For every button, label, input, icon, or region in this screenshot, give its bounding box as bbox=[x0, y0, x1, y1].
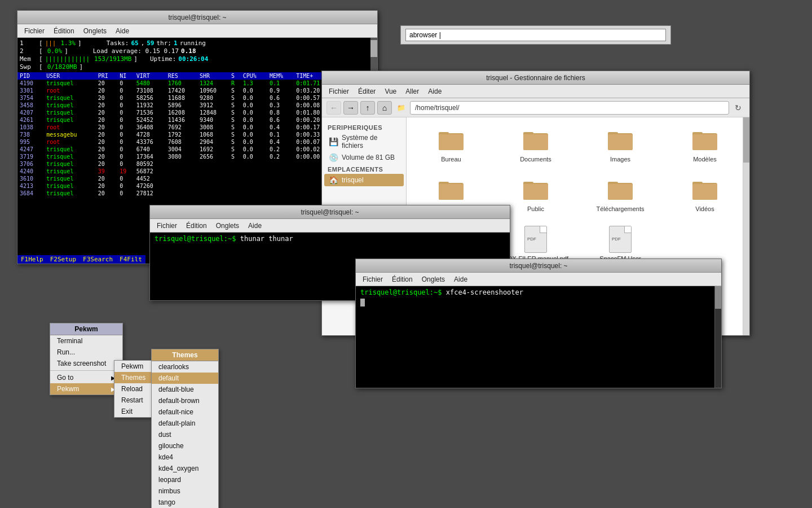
ctx-theme-item[interactable]: default-plain bbox=[152, 418, 218, 429]
fm-menu-vue[interactable]: Vue bbox=[382, 86, 399, 97]
terminal2-menu-aide[interactable]: Aide bbox=[246, 221, 264, 231]
file-icon: PDF bbox=[522, 226, 549, 253]
ctx-theme-item[interactable]: tango bbox=[152, 497, 218, 508]
folder-icon bbox=[438, 126, 465, 154]
terminal3-title: trisquel@trisquel: ~ bbox=[509, 262, 567, 270]
fm-item-label: Public bbox=[527, 205, 544, 212]
fm-item-label: Documents bbox=[520, 156, 551, 163]
fm-back-button[interactable]: ← bbox=[326, 101, 341, 115]
fm-item-label: Images bbox=[610, 156, 630, 163]
context-menu-pekwm: Pekwm Terminal Run... Take screenshot Go… bbox=[50, 323, 123, 395]
htop-f2[interactable]: F2Setup bbox=[47, 255, 80, 264]
ctx-theme-item[interactable]: leopard bbox=[152, 474, 218, 485]
terminal2-menu-onglets[interactable]: Onglets bbox=[214, 221, 241, 231]
ctx-item-terminal[interactable]: Terminal bbox=[50, 335, 122, 347]
ctx-theme-item[interactable]: kde4_oxygen bbox=[152, 463, 218, 474]
fm-item[interactable]: Documents bbox=[498, 124, 573, 165]
terminal1-menu-fichier[interactable]: Fichier bbox=[22, 26, 47, 36]
ctx-pekwm-title: Pekwm bbox=[50, 323, 122, 335]
fm-systeme-label: Système de fichiers bbox=[342, 134, 399, 150]
terminal2-menu-edition[interactable]: Édition bbox=[184, 221, 209, 231]
fm-item-label: Téléchargements bbox=[597, 205, 645, 212]
ctx-theme-label: default-blue bbox=[158, 386, 194, 393]
fm-scrollbar[interactable] bbox=[743, 117, 749, 335]
hdd-icon: 💾 bbox=[329, 137, 338, 146]
terminal3-menu-onglets[interactable]: Onglets bbox=[420, 274, 447, 284]
ctx-label-themes: Themes bbox=[121, 374, 145, 382]
terminal1-menu-aide[interactable]: Aide bbox=[113, 26, 131, 36]
terminal2-menu-fichier[interactable]: Fichier bbox=[155, 221, 179, 231]
fm-item[interactable]: Vidéos bbox=[667, 174, 743, 214]
ctx-item-screenshot[interactable]: Take screenshot bbox=[50, 358, 122, 369]
fm-sidebar-trisquel[interactable]: 🏠 trisquel bbox=[324, 174, 404, 186]
htop-f4[interactable]: F4Filt bbox=[116, 255, 145, 264]
ctx-theme-label: default bbox=[158, 374, 179, 382]
htop-f3[interactable]: F3Search bbox=[80, 255, 116, 264]
ctx-theme-item[interactable]: clearlooks bbox=[152, 361, 218, 373]
ctx-theme-item[interactable]: kde4 bbox=[152, 452, 218, 463]
fm-menu-aide[interactable]: Aide bbox=[426, 86, 444, 97]
terminal3-menu-fichier[interactable]: Fichier bbox=[360, 274, 385, 284]
terminal2-menubar: Fichier Édition Onglets Aide bbox=[150, 219, 510, 233]
ctx-theme-item[interactable]: gilouche bbox=[152, 440, 218, 452]
fm-menu-edition[interactable]: Éditer bbox=[356, 86, 378, 97]
folder-icon bbox=[691, 176, 718, 203]
fm-item[interactable]: Téléchargements bbox=[582, 174, 658, 214]
terminal2-cmd: thunar bbox=[240, 235, 264, 243]
ctx-label-reload: Reload bbox=[121, 385, 143, 393]
ctx-themes-title: Themes bbox=[152, 349, 218, 361]
file-icon: PDF bbox=[607, 226, 634, 253]
context-menu-themes: Themes clearlooksdefaultdefault-bluedefa… bbox=[151, 349, 219, 508]
ctx-theme-item[interactable]: default-nice bbox=[152, 406, 218, 418]
terminal3-scrollbar[interactable] bbox=[714, 286, 721, 388]
fm-menu-fichier[interactable]: Fichier bbox=[326, 86, 351, 97]
fm-item[interactable]: Images bbox=[582, 124, 658, 165]
ctx-theme-label: default-brown bbox=[158, 397, 200, 405]
ctx-theme-item[interactable]: default-brown bbox=[152, 395, 218, 406]
svg-rect-14 bbox=[439, 184, 464, 200]
folder-icon bbox=[607, 126, 634, 154]
command-input[interactable] bbox=[405, 29, 666, 41]
svg-rect-5 bbox=[523, 134, 548, 150]
ctx-item-goto[interactable]: Go to ▶ bbox=[50, 372, 122, 383]
folder-icon bbox=[522, 126, 549, 154]
filemanager-titlebar: trisquel - Gestionnaire de fichiers bbox=[322, 71, 749, 85]
ctx-theme-item[interactable]: nimbus bbox=[152, 485, 218, 497]
fm-sidebar-systeme[interactable]: 💾 Système de fichiers bbox=[324, 132, 404, 151]
fm-trisquel-label: trisquel bbox=[342, 176, 364, 184]
htop-header: 1 [||| 1.3%] Tasks: 65, 59 thr; 1 runnin… bbox=[17, 38, 377, 72]
terminal1-menu-onglets[interactable]: Onglets bbox=[81, 26, 109, 36]
ctx-theme-label: default-plain bbox=[158, 419, 195, 427]
fm-sidebar-volume[interactable]: 💿 Volume de 81 GB bbox=[324, 151, 404, 164]
fm-forward-button[interactable]: → bbox=[343, 101, 358, 115]
fm-item[interactable]: Bureau bbox=[413, 124, 489, 165]
terminal3-titlebar: trisquel@trisquel: ~ bbox=[356, 259, 721, 273]
folder-icon bbox=[438, 176, 465, 203]
fm-home-button[interactable]: ⌂ bbox=[377, 101, 392, 115]
terminal1-menu-edition[interactable]: Édition bbox=[51, 26, 77, 36]
ctx-theme-item[interactable]: dust bbox=[152, 429, 218, 440]
htop-f1[interactable]: F1Help bbox=[17, 255, 47, 264]
fm-item-label: Vidéos bbox=[695, 205, 714, 212]
ctx-theme-label: kde4 bbox=[158, 453, 173, 461]
svg-rect-17 bbox=[523, 184, 548, 200]
fm-item[interactable]: Modèles bbox=[667, 124, 743, 165]
home-icon: 🏠 bbox=[329, 176, 338, 185]
ctx-theme-item[interactable]: default-blue bbox=[152, 384, 218, 395]
ctx-item-pekwm[interactable]: Pekwm ▶ bbox=[50, 383, 122, 395]
ctx-label-exit: Exit bbox=[121, 408, 133, 415]
svg-rect-2 bbox=[439, 134, 464, 150]
fm-reload-button[interactable]: ↻ bbox=[731, 101, 745, 115]
terminal-screenshooter[interactable]: trisquel@trisquel: ~ Fichier Édition Ong… bbox=[355, 259, 722, 388]
fm-path-bar: /home/trisquel/ bbox=[410, 101, 729, 115]
filemanager-title: trisquel - Gestionnaire de fichiers bbox=[486, 74, 585, 82]
ctx-theme-item[interactable]: default bbox=[152, 373, 218, 384]
folder-icon bbox=[691, 126, 718, 154]
fm-up-button[interactable]: ↑ bbox=[360, 101, 375, 115]
ctx-theme-label: default-nice bbox=[158, 408, 193, 416]
ctx-item-run[interactable]: Run... bbox=[50, 347, 122, 358]
ctx-theme-label: tango bbox=[158, 498, 175, 506]
fm-menu-aller[interactable]: Aller bbox=[403, 86, 421, 97]
terminal3-menu-edition[interactable]: Édition bbox=[390, 274, 415, 284]
terminal3-menu-aide[interactable]: Aide bbox=[452, 274, 470, 284]
